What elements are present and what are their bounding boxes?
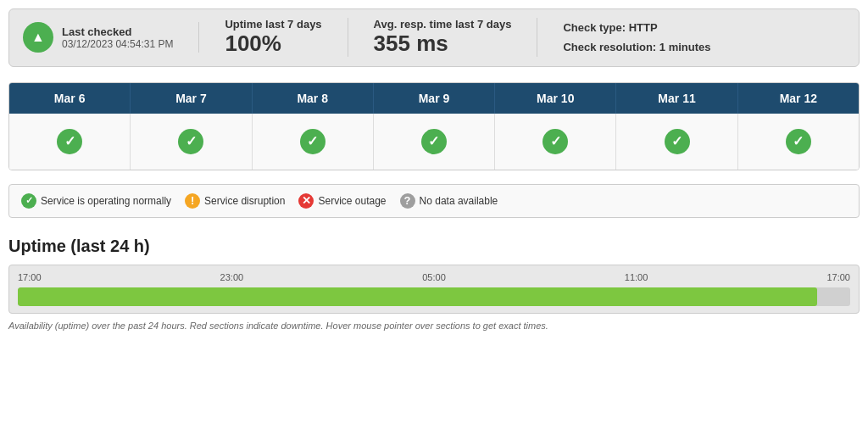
calendar-cell: ✓: [374, 114, 495, 170]
calendar-cell: ✓: [131, 114, 252, 170]
legend-item: ?No data available: [400, 193, 498, 209]
uptime-time-label: 23:00: [220, 272, 244, 282]
checkmark-icon: ✓: [57, 129, 82, 154]
avg-resp-label: Avg. resp. time last 7 days: [374, 18, 512, 31]
last-checked-value: 03/12/2023 04:54:31 PM: [62, 38, 173, 50]
uptime-chart: 17:0023:0005:0011:0017:00: [8, 265, 860, 314]
legend-label: Service is operating normally: [41, 195, 171, 207]
checkmark-icon: ✓: [300, 129, 326, 154]
green-legend-icon: ✓: [21, 193, 36, 209]
avg-resp-section: Avg. resp. time last 7 days 355 ms: [374, 18, 538, 57]
checkmark-icon: ✓: [421, 129, 447, 154]
yellow-legend-icon: !: [185, 193, 200, 209]
check-info: Check type: HTTP Check resolution: 1 min…: [563, 18, 710, 58]
calendar-header-cell: Mar 9: [374, 83, 495, 114]
calendar-header-cell: Mar 7: [131, 83, 252, 114]
check-type-value: HTTP: [629, 21, 658, 34]
calendar-body: ✓✓✓✓✓✓✓: [9, 114, 859, 170]
legend-label: Service outage: [318, 195, 386, 207]
checkmark-icon: ✓: [542, 129, 568, 154]
check-resolution-line: Check resolution: 1 minutes: [563, 37, 710, 57]
calendar-cell: ✓: [9, 114, 131, 170]
uptime-title: Uptime (last 24 h): [8, 237, 860, 256]
last-checked-info: Last checked 03/12/2023 04:54:31 PM: [62, 25, 173, 50]
uptime-time-label: 17:00: [826, 272, 850, 282]
calendar-cell: ✓: [738, 114, 859, 170]
uptime-section: Uptime last 7 days 100%: [225, 18, 348, 57]
checkmark-icon: ✓: [178, 129, 203, 154]
legend-item: !Service disruption: [185, 193, 285, 209]
checkmark-icon: ✓: [786, 129, 811, 154]
uptime-bar-container: [18, 287, 850, 306]
avg-resp-value: 355 ms: [374, 31, 448, 56]
calendar-grid: Mar 6Mar 7Mar 8Mar 9Mar 10Mar 11Mar 12 ✓…: [8, 82, 860, 170]
calendar-header-cell: Mar 6: [9, 83, 131, 114]
last-checked-section: Last checked 03/12/2023 04:54:31 PM: [23, 22, 199, 53]
uptime-time-label: 17:00: [18, 272, 42, 282]
legend-item: ✕Service outage: [298, 193, 386, 209]
gray-legend-icon: ?: [400, 193, 415, 209]
status-bar: Last checked 03/12/2023 04:54:31 PM Upti…: [8, 8, 860, 67]
legend: ✓Service is operating normally!Service d…: [8, 184, 860, 218]
calendar-header-cell: Mar 11: [616, 83, 737, 114]
legend-label: Service disruption: [204, 195, 285, 207]
uptime-time-labels: 17:0023:0005:0011:0017:00: [18, 272, 850, 282]
uptime-label: Uptime last 7 days: [225, 18, 321, 31]
last-checked-label: Last checked: [62, 25, 173, 38]
check-type-label: Check type:: [563, 21, 626, 34]
uptime-info: Uptime last 7 days 100%: [225, 18, 321, 57]
calendar-cell: ✓: [253, 114, 374, 170]
calendar-header-cell: Mar 8: [253, 83, 374, 114]
legend-item: ✓Service is operating normally: [21, 193, 171, 209]
uptime-bar-green: [18, 287, 817, 306]
check-info-section: Check type: HTTP Check resolution: 1 min…: [563, 18, 710, 58]
uptime-value: 100%: [225, 31, 281, 56]
uptime-time-label: 05:00: [422, 272, 446, 282]
checkmark-icon: ✓: [665, 129, 690, 154]
calendar-header: Mar 6Mar 7Mar 8Mar 9Mar 10Mar 11Mar 12: [9, 83, 859, 114]
uptime-time-label: 11:00: [625, 272, 648, 282]
calendar-header-cell: Mar 10: [495, 83, 616, 114]
uptime-caption: Availability (uptime) over the past 24 h…: [8, 321, 860, 331]
calendar-cell: ✓: [616, 114, 737, 170]
legend-label: No data available: [420, 195, 498, 207]
check-resolution-value: 1 minutes: [659, 41, 711, 53]
red-legend-icon: ✕: [298, 193, 314, 209]
uptime-section: Uptime (last 24 h) 17:0023:0005:0011:001…: [8, 237, 860, 331]
check-type-line: Check type: HTTP: [563, 18, 710, 37]
check-resolution-label: Check resolution:: [563, 41, 656, 53]
calendar-cell: ✓: [495, 114, 616, 170]
calendar-header-cell: Mar 12: [738, 83, 859, 114]
status-up-icon: [23, 22, 53, 53]
avg-resp-info: Avg. resp. time last 7 days 355 ms: [374, 18, 512, 57]
